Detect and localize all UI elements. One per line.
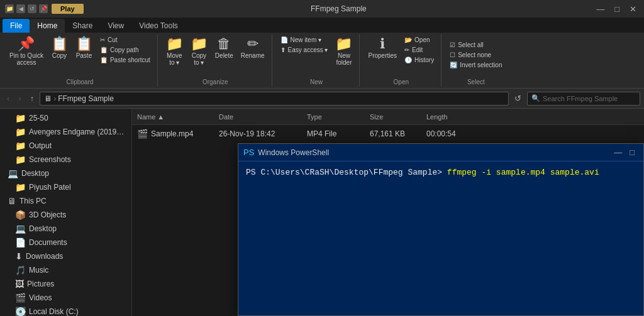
sidebar-item-downloads[interactable]: ⬇ Downloads xyxy=(0,249,131,263)
minimize-button[interactable]: — xyxy=(594,4,607,14)
tab-file[interactable]: File xyxy=(3,19,30,33)
sidebar-item-label: Screenshots xyxy=(29,155,71,164)
table-row[interactable]: 🎬 Sample.mp4 26-Nov-19 18:42 MP4 File 67… xyxy=(132,125,644,143)
close-button[interactable]: ✕ xyxy=(627,4,639,14)
nav-up-button[interactable]: ↑ xyxy=(27,92,38,104)
sidebar-item-25-50[interactable]: 📁 25-50 xyxy=(0,111,131,125)
sidebar-item-desktop[interactable]: 💻 Desktop xyxy=(0,166,131,180)
address-refresh-button[interactable]: ↺ xyxy=(511,92,525,104)
select-btns: ☑ Select all ☐ Select none 🔄 Invert sele… xyxy=(447,35,505,77)
nav-forward-button[interactable]: › xyxy=(15,92,24,104)
music-icon: 🎵 xyxy=(15,265,26,275)
file-type: MP4 File xyxy=(307,129,336,138)
col-size-header[interactable]: Size xyxy=(370,113,426,121)
col-length-header[interactable]: Length xyxy=(426,113,477,121)
rename-button[interactable]: ✏ Rename xyxy=(238,35,268,61)
sidebar-item-thispc[interactable]: 🖥 This PC xyxy=(0,194,131,208)
sidebar: 📁 25-50 📁 Avengers Endgame (2019) [M... … xyxy=(0,109,132,316)
edit-button[interactable]: ✏ Edit xyxy=(401,45,437,55)
sidebar-item-3dobjects[interactable]: 📦 3D Objects xyxy=(0,208,131,222)
select-group-label: Select xyxy=(467,77,485,85)
open-icon: 📂 xyxy=(404,36,412,43)
sidebar-item-label: 25-50 xyxy=(29,114,48,123)
sidebar-item-documents[interactable]: 📄 Documents xyxy=(0,236,131,249)
ps-content[interactable]: PS C:\Users\CRaSH\Desktop\FFmpeg Sample>… xyxy=(238,161,643,315)
new-group-label: New xyxy=(310,77,323,85)
folder-icon: 📁 xyxy=(15,182,26,192)
sidebar-item-pictures[interactable]: 🖼 Pictures xyxy=(0,277,131,291)
col-date-header[interactable]: Date xyxy=(219,113,307,121)
col-name-label: Name xyxy=(137,113,155,121)
easy-access-button[interactable]: ⬆ Easy access ▾ xyxy=(277,45,331,55)
sidebar-item-output[interactable]: 📁 Output xyxy=(0,139,131,153)
maximize-button[interactable]: □ xyxy=(612,4,622,14)
properties-button[interactable]: ℹ Properties xyxy=(365,35,400,61)
file-type-cell: MP4 File xyxy=(307,129,370,138)
copy-to-button[interactable]: 📁 Copyto ▾ xyxy=(187,35,211,68)
copy-button[interactable]: 📋 Copy xyxy=(48,35,71,61)
3d-icon: 📦 xyxy=(15,210,26,220)
history-button[interactable]: 🕒 History xyxy=(401,55,437,65)
nav-back-button[interactable]: ‹ xyxy=(4,92,13,104)
sidebar-item-videos[interactable]: 🎬 Videos xyxy=(0,291,131,305)
title-bar-icons: 📁 ◀ ↺ 📌 xyxy=(5,4,48,13)
address-bar: ‹ › ↑ 🖥 › FFmpeg Sample ↺ 🔍 Search FFmpe… xyxy=(0,89,644,109)
ps-minimize-button[interactable]: — xyxy=(610,148,626,157)
paste-button[interactable]: 📋 Paste xyxy=(72,35,96,61)
computer-icon: 🖥 xyxy=(8,196,16,206)
copy-path-icon: 📋 xyxy=(100,46,108,53)
invert-selection-button[interactable]: 🔄 Invert selection xyxy=(447,60,505,70)
pin-to-quick-access-button[interactable]: 📌 Pin to Quickaccess xyxy=(6,35,47,68)
sidebar-item-piyush[interactable]: 📁 Piyush Patel xyxy=(0,180,131,194)
search-box[interactable]: 🔍 Search FFmpeg Sample xyxy=(527,92,640,106)
downloads-icon: ⬇ xyxy=(15,251,23,261)
paste-shortcut-button[interactable]: 📋 Paste shortcut xyxy=(97,55,153,65)
address-path[interactable]: 🖥 › FFmpeg Sample xyxy=(40,92,509,106)
new-folder-label: Newfolder xyxy=(336,52,352,66)
disk-icon: 💽 xyxy=(15,307,26,316)
delete-button[interactable]: 🗑 Delete xyxy=(212,35,236,61)
search-placeholder: Search FFmpeg Sample xyxy=(543,95,618,102)
sort-icon: ▲ xyxy=(157,113,164,121)
col-name-header[interactable]: Name ▲ xyxy=(137,113,219,121)
sidebar-item-label: Desktop xyxy=(21,169,49,178)
back-icon[interactable]: ◀ xyxy=(16,4,25,13)
new-item-button[interactable]: 📄 New item ▾ xyxy=(277,35,331,45)
tab-video-tools[interactable]: Video Tools xyxy=(131,19,186,33)
select-none-button[interactable]: ☐ Select none xyxy=(447,50,505,60)
tab-share[interactable]: Share xyxy=(65,19,100,33)
move-to-button[interactable]: 📁 Moveto ▾ xyxy=(163,35,186,68)
scissors-icon: ✂ xyxy=(100,36,105,43)
sidebar-item-label: Avengers Endgame (2019) [M... xyxy=(29,128,126,136)
open-label: Open xyxy=(414,36,430,43)
clipboard-small-btns: ✂ Cut 📋 Copy path 📋 Paste shortcut xyxy=(97,35,153,65)
folder-icon: 📁 xyxy=(15,113,26,123)
sidebar-item-avengers[interactable]: 📁 Avengers Endgame (2019) [M... xyxy=(0,125,131,139)
sidebar-item-music[interactable]: 🎵 Music xyxy=(0,263,131,277)
refresh-icon[interactable]: ↺ xyxy=(28,4,36,13)
tab-home[interactable]: Home xyxy=(30,19,65,33)
rename-icon: ✏ xyxy=(247,37,258,51)
window-controls[interactable]: — □ ✕ xyxy=(594,4,639,14)
sidebar-item-label: Output xyxy=(29,141,52,150)
copy-path-button[interactable]: 📋 Copy path xyxy=(97,45,153,55)
sidebar-item-label: Music xyxy=(29,266,48,275)
sidebar-item-label: This PC xyxy=(19,197,47,205)
easy-access-icon: ⬆ xyxy=(280,46,286,53)
col-type-header[interactable]: Type xyxy=(307,113,370,121)
cut-button[interactable]: ✂ Cut xyxy=(97,35,153,45)
col-size-label: Size xyxy=(370,113,383,121)
open-button[interactable]: 📂 Open xyxy=(401,35,437,45)
sidebar-item-desktop2[interactable]: 💻 Desktop xyxy=(0,222,131,236)
select-all-button[interactable]: ☑ Select all xyxy=(447,40,505,50)
edit-label: Edit xyxy=(412,46,423,53)
tab-view[interactable]: View xyxy=(100,19,131,33)
sidebar-item-screenshots[interactable]: 📁 Screenshots xyxy=(0,153,131,166)
new-folder-button[interactable]: 📁 Newfolder xyxy=(332,35,355,68)
ps-maximize-button[interactable]: □ xyxy=(626,148,638,157)
sidebar-item-localdisk[interactable]: 💽 Local Disk (C:) xyxy=(0,305,131,316)
organize-group-label: Organize xyxy=(203,77,228,85)
invert-label: Invert selection xyxy=(460,62,502,68)
paste-icon: 📋 xyxy=(75,37,92,51)
ps-command-text: ffmpeg -i sample.mp4 sample.avi xyxy=(447,168,599,177)
